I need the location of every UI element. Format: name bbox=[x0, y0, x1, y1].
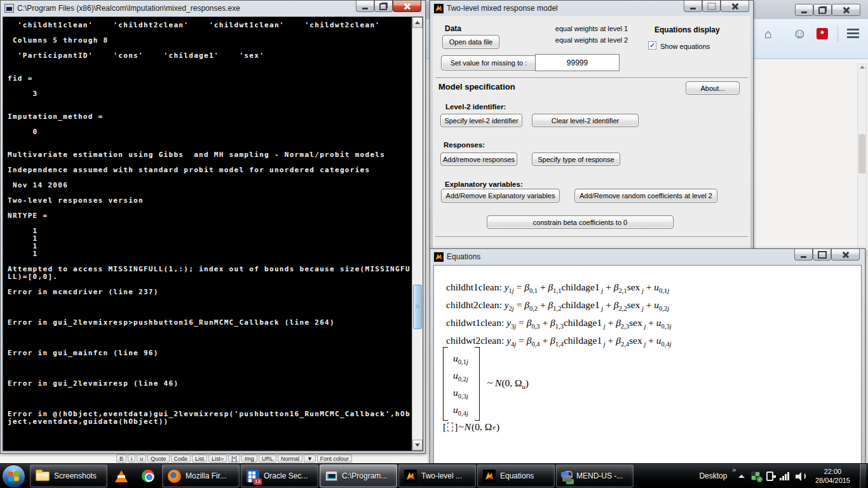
editor-toolbar: BiuQuoteCodeListList=[*]ImgURLNormal▼Fon… bbox=[116, 454, 352, 463]
folder-icon bbox=[36, 471, 50, 481]
show-desktop-button[interactable] bbox=[859, 464, 866, 488]
taskbar-items: ScreenshotsMozilla Fir...13Oracle Sec...… bbox=[30, 464, 634, 488]
taskbar-button-chrome[interactable] bbox=[135, 464, 161, 487]
system-tray: Desktop» 22:00 28/04/2015 bbox=[699, 464, 868, 488]
scroll-thumb[interactable] bbox=[858, 134, 865, 173]
specify-level2-button[interactable]: Specify level-2 identifier bbox=[440, 114, 522, 127]
add-remove-responses-button[interactable]: Add/remove responses bbox=[440, 152, 517, 166]
equation-list: childht1clean: y1j = β0,1 + β1,1childage… bbox=[446, 278, 672, 349]
equation-row: childwt1clean: y3j = β0,3 + β1,3childage… bbox=[446, 314, 672, 332]
scroll-up-icon[interactable] bbox=[860, 65, 865, 69]
chat-icon[interactable]: ☺ bbox=[792, 27, 806, 40]
taskbar-button-equations[interactable]: Equations bbox=[477, 464, 555, 487]
console-title: C:\Program Files (x86)\Realcom\Imputatio… bbox=[17, 4, 240, 13]
weights-line-1: equal weights at level 1 bbox=[522, 23, 661, 34]
editor-button-url[interactable]: URL bbox=[259, 454, 276, 463]
close-icon[interactable] bbox=[721, 1, 749, 12]
taskbar-button-label: Oracle Sec... bbox=[264, 471, 308, 480]
responses-label: Responses: bbox=[444, 141, 485, 149]
console-scrollbar[interactable] bbox=[412, 17, 423, 451]
scroll-down-icon[interactable] bbox=[412, 440, 423, 451]
constrain-beta-button[interactable]: constrain beta coefficients to 0 bbox=[487, 215, 674, 229]
tray-clock[interactable]: 22:00 28/04/2015 bbox=[815, 467, 850, 485]
scroll-thumb[interactable] bbox=[413, 285, 422, 329]
taskbar-button-two-level[interactable]: Two-level ... bbox=[398, 464, 476, 487]
maximize-button[interactable] bbox=[813, 249, 831, 261]
taskbar-button-firefox[interactable]: Mozilla Fir... bbox=[162, 464, 240, 487]
lastpass-icon[interactable]: * bbox=[817, 28, 828, 39]
add-remove-explanatory-button[interactable]: Add/Remove Explanatory variables bbox=[441, 189, 560, 203]
clock-time: 22:00 bbox=[815, 467, 850, 476]
editor-button-normal[interactable]: Normal bbox=[278, 454, 302, 463]
specify-type-button[interactable]: Specify type of response bbox=[532, 152, 620, 166]
taskbar-button-label: MEND-US -... bbox=[576, 471, 623, 480]
editor-button-b[interactable]: B bbox=[116, 454, 126, 463]
random-effect-term: u0,4j bbox=[453, 401, 468, 418]
equations-window: Equations childht1clean: y1j = β0,1 + β1… bbox=[430, 248, 865, 469]
start-button[interactable] bbox=[2, 464, 25, 488]
menu-icon[interactable] bbox=[847, 29, 859, 38]
scroll-up-icon[interactable] bbox=[412, 17, 423, 28]
section-separator bbox=[435, 78, 748, 79]
explanatory-variables-label: Explanatory variables: bbox=[445, 180, 523, 188]
collapsed-matrix-icon[interactable] bbox=[447, 423, 453, 431]
taskbar-button-console[interactable]: C:\Program... bbox=[320, 464, 397, 487]
set-missing-value-button[interactable]: Set value for missing to : bbox=[441, 55, 536, 71]
taskbar-button-label: Two-level ... bbox=[421, 471, 462, 480]
taskbar-button-vlc[interactable] bbox=[109, 464, 134, 487]
editor-button-fontcolour[interactable]: Font colour bbox=[317, 454, 352, 463]
editor-button-list[interactable]: List bbox=[192, 454, 207, 463]
volume-icon[interactable] bbox=[796, 471, 806, 481]
editor-button-u[interactable]: u bbox=[137, 454, 146, 463]
model-window: Two-level mixed response model Data Open… bbox=[430, 0, 754, 249]
console-icon bbox=[4, 4, 14, 13]
weights-line-2: equal weights at level 2 bbox=[522, 34, 661, 46]
restore-button[interactable] bbox=[374, 1, 393, 12]
close-icon[interactable] bbox=[832, 4, 860, 16]
minimize-button[interactable] bbox=[356, 1, 374, 12]
home-icon[interactable]: ⌂ bbox=[764, 27, 772, 40]
right-bracket bbox=[475, 347, 480, 421]
close-icon[interactable] bbox=[831, 249, 860, 261]
firefox-icon bbox=[168, 470, 181, 483]
open-data-file-button[interactable]: Open data file bbox=[442, 35, 499, 49]
editor-button-code[interactable]: Code bbox=[171, 454, 191, 463]
editor-button-img[interactable]: Img bbox=[241, 454, 257, 463]
network-icon[interactable] bbox=[780, 471, 789, 480]
desktop-toolbar-label[interactable]: Desktop» bbox=[699, 471, 727, 480]
minimize-button[interactable] bbox=[795, 4, 813, 16]
add-remove-random-button[interactable]: Add/Remove random coefficients at level … bbox=[574, 189, 717, 203]
show-equations-checkbox[interactable]: ✓ bbox=[648, 41, 656, 50]
taskbar-button-mend-us[interactable]: MEND-US -... bbox=[556, 464, 634, 487]
editor-button-quote[interactable]: Quote bbox=[147, 454, 170, 463]
console-output-area: 'childht1clean' 'childht2clean' 'childwt… bbox=[3, 17, 423, 451]
close-icon[interactable] bbox=[393, 1, 421, 12]
sync-status-icon[interactable] bbox=[751, 471, 760, 480]
show-hidden-icons-icon[interactable] bbox=[738, 475, 745, 478]
vector-entries: u0,1ju0,2ju0,3ju0,4j bbox=[448, 347, 475, 421]
random-effect-term: u0,1j bbox=[453, 349, 468, 367]
taskbar-button-screenshots[interactable]: Screenshots bbox=[30, 464, 107, 487]
chevron-icon[interactable]: » bbox=[732, 466, 736, 473]
editor-button-i[interactable]: i bbox=[128, 454, 135, 463]
equations-display-heading: Equations display bbox=[654, 25, 720, 34]
editor-button-[interactable]: ▼ bbox=[304, 454, 316, 463]
notification-badge: 13 bbox=[254, 478, 262, 485]
taskbar-button-label: C:\Program... bbox=[342, 471, 387, 480]
minimize-button[interactable] bbox=[684, 1, 702, 12]
clear-level2-button[interactable]: Clear level-2 identifier bbox=[532, 114, 639, 127]
show-equations-label: Show equations bbox=[660, 43, 710, 50]
e-distribution: [] ~ N(0, Ωe) bbox=[443, 421, 499, 433]
missing-value-input[interactable]: 99999 bbox=[535, 54, 620, 71]
editor-button-list[interactable]: List= bbox=[208, 454, 227, 463]
minimize-button[interactable] bbox=[794, 249, 813, 261]
random-effect-term: u0,3j bbox=[453, 384, 468, 401]
left-bracket bbox=[443, 347, 448, 421]
editor-button-[interactable]: [*] bbox=[228, 454, 240, 463]
restore-button[interactable] bbox=[813, 4, 832, 16]
console-icon bbox=[325, 471, 337, 481]
taskbar-button-oracle[interactable]: 13Oracle Sec... bbox=[241, 464, 318, 487]
safely-remove-hardware-icon[interactable] bbox=[766, 471, 773, 481]
about-button[interactable]: About... bbox=[686, 81, 740, 95]
section-separator bbox=[435, 236, 748, 238]
